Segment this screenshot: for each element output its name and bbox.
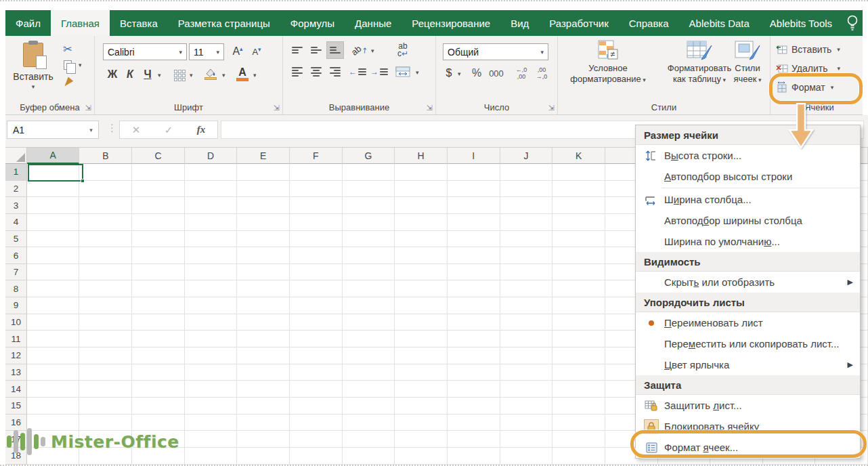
cell[interactable]	[448, 331, 500, 347]
column-header-E[interactable]: E	[237, 148, 290, 164]
cell[interactable]	[395, 231, 448, 248]
cell[interactable]	[79, 297, 132, 314]
cell[interactable]	[500, 214, 553, 231]
menu-item-3-0[interactable]: Защитить лист...	[636, 395, 860, 416]
cell[interactable]	[500, 331, 553, 347]
align-right-button[interactable]	[326, 63, 344, 81]
cell[interactable]	[343, 331, 395, 347]
cell[interactable]	[552, 331, 605, 347]
currency-dropdown-arrow[interactable]: ▾	[458, 70, 461, 77]
cell[interactable]	[132, 297, 185, 314]
menu-item-1-0[interactable]: Скрыть или отобразить▶	[636, 272, 860, 293]
font-family-select[interactable]: Calibri ▾	[103, 43, 187, 60]
align-top-button[interactable]	[288, 41, 306, 59]
orientation-dropdown-arrow[interactable]: ▾	[371, 47, 374, 54]
cell[interactable]	[500, 381, 553, 398]
merge-center-button[interactable]	[393, 63, 413, 81]
cell[interactable]	[343, 448, 395, 465]
cell[interactable]	[395, 415, 448, 431]
cell[interactable]	[27, 347, 80, 364]
cell[interactable]	[290, 297, 343, 314]
cell[interactable]	[237, 247, 290, 264]
align-center-button[interactable]	[307, 63, 325, 81]
cell[interactable]	[79, 398, 132, 415]
cell[interactable]	[448, 214, 500, 231]
cell[interactable]	[185, 381, 238, 398]
cell[interactable]	[395, 431, 448, 448]
menu-item-0-3[interactable]: Автоподбор ширины столбца	[636, 210, 860, 231]
cell[interactable]	[500, 431, 553, 448]
cell[interactable]	[132, 247, 185, 264]
row-header-3[interactable]: 3	[5, 197, 27, 214]
font-dialog-launcher-icon[interactable]: ⇲	[274, 104, 280, 112]
select-all-button[interactable]	[5, 148, 27, 164]
tab-6[interactable]: Рецензирование	[402, 10, 500, 36]
row-header-13[interactable]: 13	[5, 364, 27, 381]
cell[interactable]	[500, 197, 553, 214]
comma-style-button[interactable]: 000	[486, 64, 506, 82]
insert-function-icon[interactable]: fx	[197, 124, 206, 135]
tab-2[interactable]: Вставка	[110, 10, 168, 36]
cell[interactable]	[185, 181, 238, 198]
cell[interactable]	[132, 364, 185, 381]
cell[interactable]	[448, 381, 500, 398]
cell[interactable]	[185, 280, 238, 297]
borders-dropdown-arrow[interactable]: ▾	[190, 72, 193, 79]
cell[interactable]	[552, 214, 605, 231]
tab-4[interactable]: Формулы	[280, 10, 345, 36]
menu-item-2-2[interactable]: Цвет ярлычка▶	[636, 354, 860, 375]
column-header-D[interactable]: D	[185, 148, 238, 164]
cell[interactable]	[185, 197, 238, 214]
cell[interactable]	[500, 398, 553, 415]
cell[interactable]	[552, 347, 605, 364]
cell[interactable]	[343, 231, 395, 248]
column-header-F[interactable]: F	[290, 148, 343, 164]
name-box-dropdown-arrow[interactable]: ▾	[83, 127, 98, 133]
conditional-formatting-button[interactable]: ≠ Условное форматирование ▾	[567, 40, 649, 85]
cell[interactable]	[290, 197, 343, 214]
row-header-9[interactable]: 9	[5, 297, 27, 314]
cell[interactable]	[343, 247, 395, 264]
cell[interactable]	[448, 398, 500, 415]
cell[interactable]	[79, 197, 132, 214]
cell[interactable]	[185, 231, 238, 248]
cell[interactable]	[500, 415, 553, 431]
italic-button[interactable]: К	[122, 66, 138, 83]
cell[interactable]	[343, 347, 395, 364]
cell[interactable]	[27, 297, 80, 314]
enter-icon[interactable]: ✓	[165, 124, 173, 136]
cell[interactable]	[27, 381, 80, 398]
cell[interactable]	[290, 314, 343, 331]
cell[interactable]	[290, 347, 343, 364]
cell[interactable]	[552, 381, 605, 398]
tab-8[interactable]: Разработчик	[539, 10, 618, 36]
cell[interactable]	[552, 197, 605, 214]
cell[interactable]	[343, 364, 395, 381]
cell[interactable]	[132, 164, 185, 181]
cell[interactable]	[343, 314, 395, 331]
cell[interactable]	[448, 347, 500, 364]
menu-item-0-0[interactable]: Высота строки...	[636, 145, 860, 166]
cell[interactable]	[132, 381, 185, 398]
cell[interactable]	[290, 181, 343, 198]
column-header-K[interactable]: K	[552, 148, 605, 164]
increase-indent-button[interactable]: →	[370, 63, 389, 81]
cell[interactable]	[185, 415, 238, 431]
cell[interactable]	[132, 214, 185, 231]
cell[interactable]	[237, 231, 290, 248]
cell[interactable]	[343, 415, 395, 431]
font-color-dropdown-arrow[interactable]: ▾	[253, 72, 257, 79]
cell[interactable]	[79, 280, 132, 297]
align-middle-button[interactable]	[307, 41, 325, 59]
cell[interactable]	[237, 280, 290, 297]
cell[interactable]	[290, 231, 343, 248]
cell[interactable]	[185, 431, 238, 448]
paste-button[interactable]: Вставить ▾	[12, 43, 54, 105]
number-dialog-launcher-icon[interactable]: ⇲	[548, 104, 555, 112]
cell[interactable]	[395, 247, 448, 264]
cell[interactable]	[448, 164, 500, 181]
cell[interactable]	[79, 331, 132, 347]
row-header-2[interactable]: 2	[5, 181, 27, 198]
cell[interactable]	[132, 231, 185, 248]
cell[interactable]	[343, 264, 395, 281]
